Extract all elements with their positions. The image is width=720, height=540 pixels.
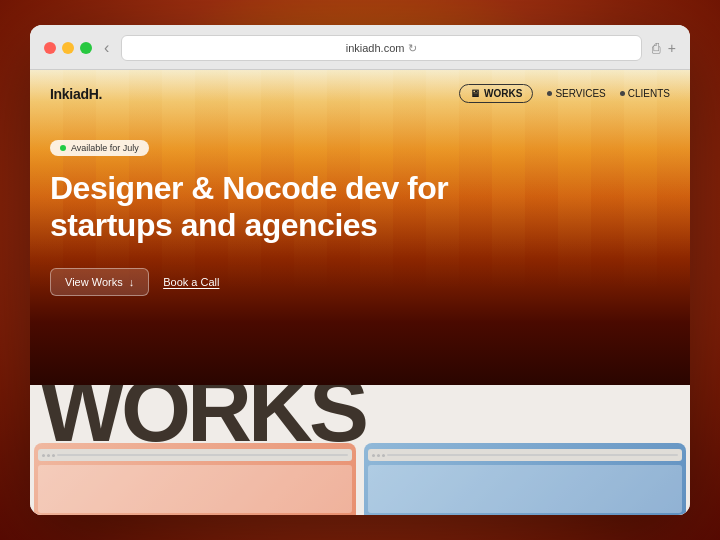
- new-tab-icon[interactable]: +: [668, 40, 676, 56]
- hero-section: InkiadH. 🖥 WORKS SERVICES CLIENTS: [30, 70, 690, 385]
- browser-window: ‹ inkiadh.com ↻ ⎙ +: [30, 25, 690, 515]
- works-cards: [30, 443, 690, 515]
- site-logo: InkiadH.: [50, 86, 102, 102]
- card-content: [368, 465, 682, 513]
- traffic-lights: [44, 42, 92, 54]
- dot: [42, 454, 45, 457]
- hero-title: Designer & Nocode dev for startups and a…: [50, 170, 470, 244]
- services-link[interactable]: SERVICES: [547, 88, 605, 99]
- services-label: SERVICES: [555, 88, 605, 99]
- clients-label: CLIENTS: [628, 88, 670, 99]
- fullscreen-button[interactable]: [80, 42, 92, 54]
- hero-title-line2: startups and agencies: [50, 207, 377, 243]
- arrow-down-icon: ↓: [129, 276, 135, 288]
- dot: [47, 454, 50, 457]
- works-card-right[interactable]: [364, 443, 686, 515]
- hero-title-line1: Designer & Nocode dev for: [50, 170, 448, 206]
- url-bar: [57, 454, 348, 456]
- address-bar[interactable]: inkiadh.com ↻: [121, 35, 641, 61]
- url-text: inkiadh.com: [346, 42, 405, 54]
- works-icon: 🖥: [470, 88, 480, 99]
- works-card-left[interactable]: [34, 443, 356, 515]
- card-content: [38, 465, 352, 513]
- share-icon[interactable]: ⎙: [652, 40, 660, 56]
- view-works-button[interactable]: View Works ↓: [50, 268, 149, 296]
- browser-actions: ⎙ +: [652, 40, 676, 56]
- view-works-label: View Works: [65, 276, 123, 288]
- dot: [372, 454, 375, 457]
- book-call-button[interactable]: Book a Call: [163, 276, 219, 288]
- works-badge-label: WORKS: [484, 88, 522, 99]
- availability-text: Available for July: [71, 143, 139, 153]
- minimize-button[interactable]: [62, 42, 74, 54]
- dot: [382, 454, 385, 457]
- back-button[interactable]: ‹: [102, 39, 111, 57]
- clients-link[interactable]: CLIENTS: [620, 88, 670, 99]
- availability-badge: Available for July: [50, 140, 149, 156]
- url-bar: [387, 454, 678, 456]
- availability-dot: [60, 145, 66, 151]
- browser-chrome: ‹ inkiadh.com ↻ ⎙ +: [30, 25, 690, 70]
- services-dot: [547, 91, 552, 96]
- hero-content: Available for July Designer & Nocode dev…: [30, 117, 690, 320]
- dot: [52, 454, 55, 457]
- nav-right: 🖥 WORKS SERVICES CLIENTS: [459, 84, 670, 103]
- clients-dot: [620, 91, 625, 96]
- close-button[interactable]: [44, 42, 56, 54]
- works-badge[interactable]: 🖥 WORKS: [459, 84, 533, 103]
- card-browser-bar: [368, 449, 682, 461]
- browser-content: InkiadH. 🖥 WORKS SERVICES CLIENTS: [30, 70, 690, 515]
- card-browser-bar: [38, 449, 352, 461]
- dot: [377, 454, 380, 457]
- hero-actions: View Works ↓ Book a Call: [50, 268, 670, 296]
- site-nav: InkiadH. 🖥 WORKS SERVICES CLIENTS: [30, 70, 690, 117]
- works-strip: WORKS: [30, 385, 690, 515]
- refresh-icon: ↻: [408, 42, 417, 55]
